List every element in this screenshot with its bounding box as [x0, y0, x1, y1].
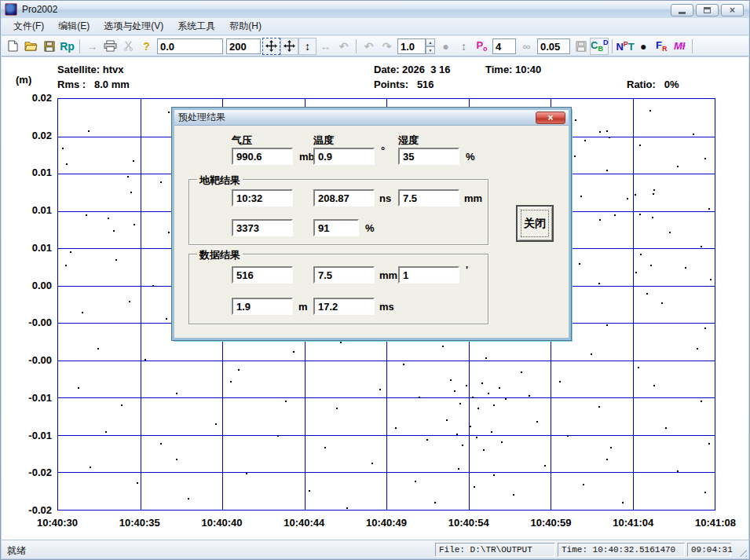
pan-button[interactable]: [280, 38, 298, 55]
range-end-field[interactable]: 200: [226, 38, 261, 54]
data-point: [627, 198, 628, 199]
gridline-horizontal: [58, 397, 715, 398]
y-axis-unit: (m): [16, 74, 31, 86]
temperature-label: 温度: [313, 134, 334, 148]
data-point: [176, 459, 177, 460]
data-point: [646, 293, 648, 295]
po-field[interactable]: 4: [492, 38, 516, 54]
target-time-field[interactable]: 10:32: [232, 189, 293, 207]
open-icon[interactable]: [22, 38, 40, 55]
menu-item[interactable]: 选项与处理(V): [97, 17, 170, 35]
close-button[interactable]: ×: [721, 4, 744, 16]
menu-item[interactable]: 编辑(E): [51, 17, 97, 35]
data-point: [176, 393, 177, 394]
data-point: [669, 232, 671, 233]
data-point: [472, 397, 474, 398]
humidity-label: 湿度: [398, 134, 419, 148]
data-point: [610, 447, 612, 448]
status-file: File: D:\TR\OUTPUT: [435, 543, 555, 557]
data-point: [598, 283, 600, 284]
data-point: [168, 232, 170, 233]
data-point: [434, 502, 436, 503]
rms-label: Rms : 8.0 mm: [57, 79, 130, 90]
vertical-zoom-button[interactable]: ↕: [298, 38, 316, 55]
data-point: [639, 145, 641, 146]
target-rms-field[interactable]: 7.5: [398, 189, 459, 207]
toolbar: Rp→?0.0200↕↔↶↶↷1.0▲▼●↕Po4∞0.05CBDNPT●FRM…: [2, 36, 748, 57]
data-point: [371, 463, 373, 464]
gridline-horizontal: [58, 472, 715, 473]
print-icon[interactable]: [101, 38, 119, 55]
data-point: [130, 192, 132, 193]
temperature-field[interactable]: 0.9: [313, 148, 375, 165]
data-duration-field[interactable]: 17.2: [313, 298, 375, 315]
data-point: [152, 285, 154, 287]
menu-item[interactable]: 系统工具: [170, 17, 222, 35]
data-point: [485, 357, 487, 359]
resize-grip[interactable]: [737, 547, 747, 557]
spinner-buttons[interactable]: ▲▼: [426, 38, 435, 54]
data-point: [704, 158, 706, 159]
new-icon[interactable]: [4, 38, 22, 55]
x-tick-label: 10:40:30: [26, 517, 89, 529]
y-tick-label: 0.02: [11, 130, 52, 141]
data-rms-field[interactable]: 7.5: [313, 266, 375, 284]
target-percent-field[interactable]: 91: [313, 219, 359, 236]
dialog-close-action-button[interactable]: 关闭: [516, 205, 554, 242]
target-delay-field[interactable]: 208.87: [313, 189, 375, 207]
dialog-title-bar[interactable]: 预处理结果 ×: [174, 110, 569, 126]
threshold-field[interactable]: 0.05: [537, 38, 570, 54]
data-point: [133, 160, 134, 162]
data-point: [446, 419, 448, 421]
data-point: [474, 486, 475, 488]
data-point: [653, 385, 655, 386]
data-point: [62, 148, 64, 149]
restore-button[interactable]: [696, 4, 719, 16]
minimize-button[interactable]: [671, 4, 693, 16]
data-point: [567, 435, 569, 437]
range-start-field[interactable]: 0.0: [157, 38, 223, 54]
data-range-field[interactable]: 1.9: [232, 298, 293, 315]
data-point: [701, 401, 702, 402]
npt-button[interactable]: NPT: [616, 38, 634, 55]
data-point: [113, 230, 115, 232]
data-point: [415, 481, 416, 482]
data-point: [70, 251, 71, 253]
mz-button[interactable]: MI: [671, 38, 689, 55]
humidity-field[interactable]: 35: [398, 148, 459, 165]
points-label: Points: 516: [374, 79, 434, 90]
data-points-field[interactable]: 516: [232, 266, 293, 284]
data-point: [614, 214, 616, 216]
data-point: [336, 408, 338, 409]
fr-button[interactable]: FR: [653, 38, 671, 55]
humidity-unit: %: [466, 151, 475, 163]
x-tick-label: 10:40:54: [437, 517, 500, 529]
menu-item[interactable]: 帮助(H): [222, 17, 269, 35]
pressure-field[interactable]: 990.6: [232, 148, 293, 165]
pan-all-button[interactable]: [262, 38, 280, 55]
save-icon[interactable]: [40, 38, 58, 55]
scale-field[interactable]: 1.0: [397, 38, 426, 54]
data-point: [649, 110, 651, 112]
cbd-button[interactable]: CBD: [590, 38, 609, 55]
data-point: [459, 403, 461, 404]
data-point: [65, 265, 67, 266]
rp-button[interactable]: Rp: [58, 38, 76, 55]
help-icon[interactable]: ?: [137, 38, 155, 55]
data-point: [470, 426, 471, 427]
data-arc-field[interactable]: 1: [398, 266, 459, 284]
preprocess-results-dialog: 预处理结果 × 气压 温度 湿度 990.6 mb 0.9 ° 35 % 地靶结…: [172, 108, 571, 340]
dot-icon[interactable]: ●: [635, 38, 653, 55]
data-point: [82, 312, 83, 313]
data-point: [340, 342, 342, 343]
target-count-field[interactable]: 3373: [232, 219, 293, 236]
y-tick-label: 0.01: [11, 242, 52, 254]
menu-item[interactable]: 文件(F): [6, 17, 51, 35]
dialog-close-button[interactable]: ×: [536, 112, 565, 124]
data-result-group-title: 数据结果: [197, 248, 243, 262]
x-tick-label: 10:40:49: [355, 517, 418, 529]
data-point: [238, 369, 240, 371]
x-tick-label: 10:40:44: [273, 517, 335, 529]
data-point: [395, 427, 397, 429]
window-title: Pro2002: [22, 4, 57, 15]
